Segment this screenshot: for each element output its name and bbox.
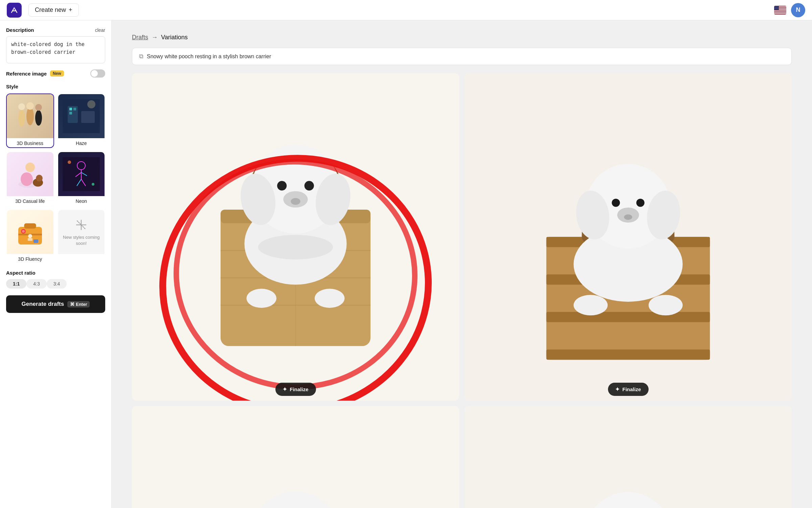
reference-image-row: Reference image New bbox=[6, 69, 105, 78]
breadcrumb-drafts[interactable]: Drafts bbox=[132, 34, 148, 41]
style-name-haze: Haze bbox=[58, 138, 105, 147]
prompt-bar: ⧉ Snowy white pooch resting in a stylish… bbox=[132, 48, 792, 65]
svg-point-5 bbox=[26, 102, 34, 110]
aspect-ratio-selector[interactable]: 1:1 4:3 3:4 bbox=[6, 279, 105, 289]
aspect-ratio-portrait[interactable]: 3:4 bbox=[47, 279, 67, 289]
breadcrumb-arrow: → bbox=[152, 34, 158, 41]
style-grid: 3D Business Haze bbox=[6, 93, 105, 264]
image-cell-1: ✦ Finalize bbox=[132, 73, 459, 401]
svg-point-6 bbox=[35, 110, 42, 126]
finalize-label-1: Finalize bbox=[290, 386, 308, 392]
description-input[interactable]: white-colored dog in the brown-colored c… bbox=[6, 36, 105, 63]
svg-point-35 bbox=[22, 230, 25, 233]
copy-icon[interactable]: ⧉ bbox=[139, 53, 143, 60]
keyboard-shortcut: ⌘ Enter bbox=[67, 301, 90, 308]
image-placeholder-2 bbox=[465, 73, 792, 401]
svg-rect-33 bbox=[28, 238, 32, 241]
flag-icon[interactable] bbox=[774, 6, 786, 15]
svg-rect-10 bbox=[69, 108, 72, 110]
image-placeholder-3 bbox=[132, 406, 459, 508]
generate-drafts-button[interactable]: Generate drafts ⌘ Enter bbox=[6, 295, 105, 313]
aspect-ratio-landscape[interactable]: 4:3 bbox=[26, 279, 46, 289]
style-name-neon: Neon bbox=[58, 196, 105, 205]
wand-icon-1: ✦ bbox=[283, 386, 287, 393]
aspect-ratio-square[interactable]: 1:1 bbox=[6, 279, 26, 289]
svg-point-32 bbox=[28, 234, 32, 238]
svg-point-73 bbox=[649, 295, 683, 315]
style-item-new-styles: New styles coming soon! bbox=[58, 209, 106, 264]
svg-rect-30 bbox=[24, 224, 36, 228]
reference-image-toggle[interactable] bbox=[90, 69, 105, 78]
style-item-3d-business[interactable]: 3D Business bbox=[6, 93, 54, 148]
clear-button[interactable]: clear bbox=[95, 27, 105, 33]
svg-point-68 bbox=[612, 199, 620, 207]
svg-rect-0 bbox=[10, 6, 19, 15]
description-label: Description bbox=[6, 27, 34, 33]
breadcrumb: Drafts → Variations bbox=[132, 34, 792, 41]
style-item-haze[interactable]: Haze bbox=[58, 93, 106, 148]
svg-rect-36 bbox=[33, 239, 38, 243]
svg-point-55 bbox=[315, 289, 345, 308]
svg-point-54 bbox=[246, 289, 276, 308]
svg-rect-63 bbox=[546, 350, 710, 360]
create-new-button[interactable]: Create new + bbox=[28, 3, 79, 17]
svg-point-19 bbox=[36, 175, 43, 182]
style-label: Style bbox=[6, 84, 105, 89]
svg-rect-13 bbox=[81, 111, 95, 123]
finalize-button-1[interactable]: ✦ Finalize bbox=[275, 383, 316, 396]
svg-point-28 bbox=[92, 183, 94, 186]
app-logo[interactable] bbox=[7, 3, 22, 18]
svg-point-4 bbox=[26, 107, 34, 125]
finalize-label-2: Finalize bbox=[622, 386, 641, 392]
svg-point-71 bbox=[624, 214, 632, 220]
aspect-ratio-section: Aspect ratio 1:1 4:3 3:4 bbox=[6, 270, 105, 289]
image-cell-2: ✦ Finalize bbox=[465, 73, 792, 401]
images-grid: ✦ Finalize bbox=[132, 73, 792, 508]
svg-point-56 bbox=[258, 235, 333, 259]
svg-rect-9 bbox=[68, 106, 78, 123]
svg-point-2 bbox=[18, 109, 25, 126]
create-new-label: Create new bbox=[35, 6, 66, 14]
style-item-neon[interactable]: Neon bbox=[58, 151, 106, 206]
svg-point-1 bbox=[14, 7, 15, 8]
image-placeholder-4 bbox=[465, 406, 792, 508]
svg-point-81 bbox=[251, 491, 340, 508]
topbar: Create new + N bbox=[0, 0, 812, 20]
style-item-3d-casual[interactable]: 3D Casual life bbox=[6, 151, 54, 206]
svg-point-17 bbox=[21, 172, 33, 186]
reference-image-label: Reference image New bbox=[6, 70, 64, 77]
generate-label: Generate drafts bbox=[22, 301, 64, 308]
style-name-3d-business: 3D Business bbox=[7, 138, 53, 147]
style-item-3d-fluency[interactable]: 3D Fluency bbox=[6, 209, 54, 264]
image-cell-3: ✦ Finalize bbox=[132, 406, 459, 508]
svg-point-53 bbox=[291, 198, 300, 205]
prompt-text: Snowy white pooch resting in a stylish b… bbox=[147, 54, 271, 60]
svg-rect-12 bbox=[69, 112, 72, 114]
breadcrumb-current: Variations bbox=[161, 34, 188, 41]
plus-icon: + bbox=[69, 6, 72, 14]
svg-point-3 bbox=[18, 103, 25, 110]
main-content: Drafts → Variations ⧉ Snowy white pooch … bbox=[112, 20, 812, 508]
sidebar: Description clear white-colored dog in t… bbox=[0, 20, 112, 508]
svg-point-72 bbox=[573, 295, 608, 315]
main-layout: Description clear white-colored dog in t… bbox=[0, 20, 812, 508]
svg-point-50 bbox=[277, 181, 287, 190]
svg-point-27 bbox=[68, 161, 71, 164]
new-badge: New bbox=[50, 70, 64, 77]
style-name-3d-fluency: 3D Fluency bbox=[7, 254, 53, 263]
description-section-header: Description clear bbox=[6, 27, 105, 33]
image-placeholder-1 bbox=[132, 73, 459, 401]
svg-point-69 bbox=[636, 199, 645, 207]
svg-rect-62 bbox=[546, 312, 710, 322]
aspect-ratio-label: Aspect ratio bbox=[6, 270, 105, 276]
avatar[interactable]: N bbox=[791, 3, 805, 17]
image-cell-4: ✦ Finalize bbox=[465, 406, 792, 508]
svg-point-96 bbox=[585, 492, 672, 508]
svg-point-51 bbox=[304, 181, 314, 190]
style-name-3d-casual: 3D Casual life bbox=[7, 196, 53, 205]
svg-rect-11 bbox=[73, 108, 76, 110]
svg-point-14 bbox=[87, 100, 95, 108]
wand-icon-2: ✦ bbox=[615, 386, 619, 393]
finalize-button-2[interactable]: ✦ Finalize bbox=[608, 383, 648, 396]
new-styles-text: New styles coming soon! bbox=[58, 234, 105, 247]
